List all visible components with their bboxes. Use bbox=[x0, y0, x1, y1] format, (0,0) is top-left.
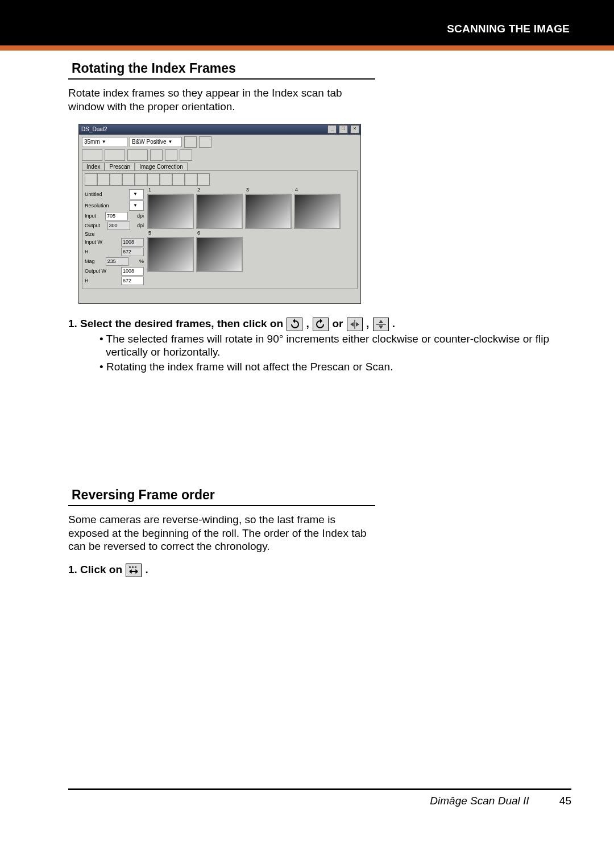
settings-sidebar: Untitled▼ Resolution▼ Inputdpi Outputdpi… bbox=[85, 188, 144, 286]
outputw-label: Output W bbox=[85, 268, 106, 274]
page-content: Rotating the Index Frames Rotate index f… bbox=[0, 61, 614, 743]
spacer bbox=[68, 578, 571, 743]
tab-prescan[interactable]: Prescan bbox=[105, 162, 135, 170]
mag-label: Mag bbox=[85, 258, 95, 264]
fit-icon[interactable] bbox=[135, 173, 147, 186]
inputw-label: Input W bbox=[85, 239, 102, 245]
input-res-field[interactable] bbox=[105, 212, 128, 220]
thumbnail-3[interactable]: 3 bbox=[245, 188, 292, 229]
index-scan-icon[interactable] bbox=[82, 149, 102, 161]
toolbar-icon[interactable] bbox=[184, 136, 197, 148]
section1-step1: 1. Select the desired frames, then click… bbox=[68, 318, 571, 331]
inputh-label: H bbox=[85, 249, 89, 254]
bullet-item: The selected frames will rotate in 90° i… bbox=[106, 332, 571, 360]
resolution-label: Resolution bbox=[85, 203, 109, 208]
flip-v-icon[interactable] bbox=[122, 173, 135, 186]
reverse-frame-order-icon[interactable] bbox=[126, 564, 142, 577]
section2-intro: Some cameras are reverse-winding, so the… bbox=[68, 513, 375, 553]
flip-vertical-icon[interactable] bbox=[373, 318, 389, 331]
prefs-icon[interactable] bbox=[165, 149, 177, 161]
inputw-field[interactable] bbox=[121, 238, 144, 247]
page-footer: Dimâge Scan Dual II 45 bbox=[0, 788, 614, 824]
input-res-label: Input bbox=[85, 213, 96, 219]
header-title: SCANNING THE IMAGE bbox=[447, 23, 570, 35]
inputh-field[interactable] bbox=[121, 248, 144, 256]
job-dropdown[interactable]: ▼ bbox=[129, 189, 144, 199]
help-icon[interactable] bbox=[180, 149, 192, 161]
outputh-label: H bbox=[85, 278, 89, 283]
toolbar-main bbox=[79, 149, 360, 162]
res-dropdown[interactable]: ▼ bbox=[129, 201, 144, 211]
header-accent-strip bbox=[0, 45, 614, 51]
app-screenshot: DS_Dual2 _ □ × 35mm▼ B&W Positive▼ Index… bbox=[78, 124, 361, 304]
film-type-dropdown[interactable]: B&W Positive▼ bbox=[130, 137, 182, 147]
reverse-order-icon[interactable] bbox=[147, 173, 160, 186]
outputw-field[interactable] bbox=[121, 267, 144, 276]
tab-strip: Index Prescan Image Correction bbox=[79, 162, 360, 170]
toolbar-icon[interactable] bbox=[199, 136, 211, 148]
section2-step1: 1. Click on . bbox=[68, 564, 571, 577]
maximize-icon[interactable]: □ bbox=[339, 125, 348, 133]
scan-icon[interactable] bbox=[127, 149, 148, 161]
tab-image-correction[interactable]: Image Correction bbox=[135, 162, 188, 170]
rotate-cw-icon[interactable] bbox=[313, 318, 329, 331]
toolbar-icon[interactable] bbox=[172, 173, 185, 186]
rotate-ccw-icon[interactable] bbox=[85, 173, 97, 186]
flip-h-icon[interactable] bbox=[110, 173, 122, 186]
svg-rect-2 bbox=[135, 566, 136, 568]
section1-intro: Rotate index frames so they appear in th… bbox=[68, 86, 375, 114]
rotate-ccw-icon[interactable] bbox=[287, 318, 302, 331]
section-heading-reversing: Reversing Frame order bbox=[68, 487, 571, 504]
film-format-dropdown[interactable]: 35mm▼ bbox=[82, 137, 127, 147]
toolbar-icon[interactable] bbox=[160, 173, 172, 186]
prescan-icon[interactable] bbox=[105, 149, 125, 161]
eject-icon[interactable] bbox=[150, 149, 163, 161]
output-res-field[interactable] bbox=[107, 222, 130, 230]
window-title: DS_Dual2 bbox=[81, 126, 107, 132]
thumbnail-4[interactable]: 4 bbox=[294, 188, 341, 229]
outputh-field[interactable] bbox=[121, 277, 144, 285]
thumbnail-1[interactable]: 1 bbox=[147, 188, 194, 229]
heading-rule bbox=[68, 78, 375, 80]
minimize-icon[interactable]: _ bbox=[327, 125, 337, 133]
toolbar-icon[interactable] bbox=[197, 173, 210, 186]
close-icon[interactable]: × bbox=[350, 125, 359, 133]
product-name: Dimâge Scan Dual II bbox=[430, 795, 529, 807]
thumbnail-5[interactable]: 5 bbox=[147, 231, 194, 272]
rotate-cw-icon[interactable] bbox=[97, 173, 110, 186]
tab-index[interactable]: Index bbox=[82, 162, 105, 170]
section-heading-rotating: Rotating the Index Frames bbox=[68, 61, 571, 77]
thumbnail-grid: 1 2 3 4 5 6 bbox=[147, 188, 355, 286]
size-label: Size bbox=[85, 231, 95, 237]
section1-bullets: The selected frames will rotate in 90° i… bbox=[83, 332, 571, 374]
thumbnail-6[interactable]: 6 bbox=[196, 231, 243, 272]
window-titlebar: DS_Dual2 _ □ × bbox=[79, 124, 360, 135]
toolbar-icon[interactable] bbox=[185, 173, 197, 186]
index-toolbar bbox=[85, 173, 355, 186]
heading-rule bbox=[68, 505, 375, 506]
svg-rect-0 bbox=[129, 566, 131, 568]
output-res-label: Output bbox=[85, 223, 100, 228]
job-name-label: Untitled bbox=[85, 191, 102, 197]
header-bar: SCANNING THE IMAGE bbox=[0, 0, 614, 45]
toolbar-top: 35mm▼ B&W Positive▼ bbox=[79, 135, 360, 149]
index-panel: Untitled▼ Resolution▼ Inputdpi Outputdpi… bbox=[82, 170, 358, 289]
flip-horizontal-icon[interactable] bbox=[347, 318, 363, 331]
thumbnail-2[interactable]: 2 bbox=[196, 188, 243, 229]
svg-rect-1 bbox=[132, 566, 134, 568]
spacer bbox=[68, 375, 571, 477]
window-controls: _ □ × bbox=[327, 125, 359, 133]
page-number: 45 bbox=[559, 795, 571, 807]
mag-field[interactable] bbox=[106, 257, 128, 266]
bullet-item: Rotating the index frame will not affect… bbox=[106, 360, 571, 374]
